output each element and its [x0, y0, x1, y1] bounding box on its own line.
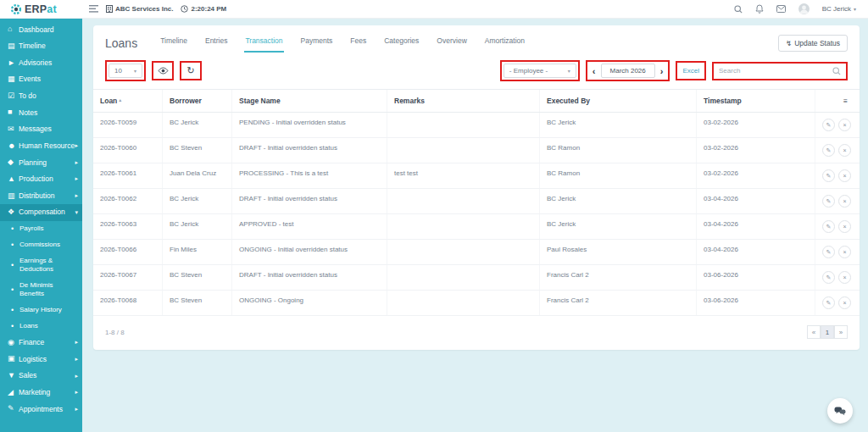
update-status-button[interactable]: ↯ Update Status: [778, 35, 848, 52]
sidebar-item-earnings-deductions[interactable]: • Earnings & Deductions: [0, 253, 82, 278]
sidebar-item-advisories[interactable]: ► Advisories: [0, 54, 82, 71]
delete-button[interactable]: ×: [838, 195, 851, 208]
page-size-select[interactable]: 10▾: [108, 64, 142, 78]
sidebar-item-salary-history[interactable]: • Salary History: [0, 302, 82, 318]
bell-icon[interactable]: [755, 4, 764, 14]
sidebar-toggle-icon[interactable]: [89, 5, 98, 13]
column-header-executed-by[interactable]: Executed By: [540, 90, 697, 112]
user-menu[interactable]: BC Jerick▾: [822, 5, 856, 13]
delete-button[interactable]: ×: [838, 246, 851, 258]
column-visibility-button[interactable]: [155, 64, 170, 77]
edit-button[interactable]: ✎: [822, 169, 835, 182]
edit-button[interactable]: ✎: [822, 271, 835, 284]
sidebar-item-sales[interactable]: ▼ Sales ▸: [0, 368, 82, 385]
pencil-icon: ✎: [826, 300, 832, 307]
notes-icon: ■: [8, 108, 19, 116]
cell-borrower: BC Steven: [163, 138, 232, 163]
table-row: 2026-T0067 BC Steven DRAFT - Initial ove…: [93, 265, 860, 291]
cell-timestamp: 03-02-2026: [697, 138, 815, 163]
search-input[interactable]: [719, 67, 832, 75]
avatar[interactable]: [798, 3, 810, 14]
cell-actions: ✎ ×: [815, 113, 860, 137]
sidebar-item-production[interactable]: ▲ Production ▸: [0, 171, 82, 188]
edit-button[interactable]: ✎: [822, 195, 835, 208]
calendar-icon: ▦: [8, 75, 19, 83]
sidebar-item-messages[interactable]: ✉ Messages: [0, 121, 82, 138]
column-header-loan[interactable]: Loan▴: [93, 90, 163, 112]
sidebar-item-appointments[interactable]: ✎ Appointments ▸: [0, 401, 82, 418]
sidebar-item-compensation[interactable]: ❖ Compensation ▾: [0, 204, 82, 221]
cell-actions: ✎ ×: [815, 265, 860, 290]
cell-executed-by: Francis Carl 2: [540, 291, 697, 315]
sidebar-item-de-minimis-benefits[interactable]: • De Minimis Benefits: [0, 278, 82, 302]
delete-button[interactable]: ×: [838, 169, 851, 182]
edit-button[interactable]: ✎: [822, 144, 835, 157]
sidebar-item-distribution[interactable]: ▥ Distribution ▸: [0, 187, 82, 204]
finance-icon: ◉: [8, 339, 19, 346]
prev-month-button[interactable]: ‹: [589, 66, 599, 76]
excel-export-button[interactable]: Excel: [679, 64, 703, 77]
tab[interactable]: Timeline: [159, 33, 188, 53]
sidebar-item-notes[interactable]: ■ Notes: [0, 104, 82, 121]
sidebar-item-human-resource[interactable]: ☻ Human Resource ▸: [0, 137, 82, 154]
edit-button[interactable]: ✎: [822, 246, 835, 258]
logo[interactable]: ERPat: [0, 3, 82, 15]
chat-button[interactable]: [827, 398, 853, 424]
megaphone-icon: ►: [8, 59, 19, 67]
column-header-borrower[interactable]: Borrower: [163, 90, 232, 112]
sidebar-item-events[interactable]: ▦ Events: [0, 71, 82, 88]
sort-icon: ▴: [119, 97, 121, 102]
column-header-stage-name[interactable]: Stage Name: [232, 90, 387, 112]
sidebar-item-label: Human Resource: [19, 141, 75, 151]
sidebar-item-marketing[interactable]: ◢ Marketing ▸: [0, 384, 82, 401]
close-icon: ×: [843, 224, 846, 230]
employee-filter-highlight: - Employee -▾: [500, 60, 580, 81]
envelope-icon[interactable]: [776, 5, 786, 13]
sidebar-item-timeline[interactable]: ▤ Timeline: [0, 38, 82, 55]
refresh-button[interactable]: ↻: [183, 64, 198, 77]
tab[interactable]: Payments: [300, 33, 334, 53]
next-page-button[interactable]: »: [834, 325, 848, 339]
sidebar-item-dashboard[interactable]: ⌂ Dashboard: [0, 21, 82, 38]
column-header-timestamp[interactable]: Timestamp: [697, 90, 815, 112]
edit-button[interactable]: ✎: [822, 296, 835, 309]
table-row: 2026-T0062 BC Jerick DRAFT - Initial ove…: [93, 189, 860, 214]
tab[interactable]: Entries: [204, 33, 228, 53]
checkbox-icon: ☑: [8, 92, 19, 100]
sidebar-item-planning[interactable]: ◆ Planning ▸: [0, 154, 82, 171]
sidebar-item-payrolls[interactable]: • Payrolls: [0, 221, 82, 237]
current-page-button[interactable]: 1: [821, 325, 834, 339]
tab[interactable]: Categories: [383, 33, 420, 53]
column-header-remarks[interactable]: Remarks: [387, 90, 540, 112]
cell-remarks: [387, 138, 540, 163]
sidebar-item-label: Dashboard: [19, 25, 78, 35]
pencil-icon: ✎: [826, 173, 832, 180]
sidebar-item-loans[interactable]: • Loans: [0, 318, 82, 335]
prev-page-button[interactable]: «: [807, 325, 821, 339]
tab[interactable]: Transaction: [244, 33, 283, 53]
sidebar-item-logistics[interactable]: ▣ Logistics ▸: [0, 351, 82, 368]
chevron-down-icon: ▾: [854, 6, 856, 12]
sidebar-item-finance[interactable]: ◉ Finance ▸: [0, 335, 82, 352]
tab[interactable]: Fees: [349, 33, 367, 53]
delete-button[interactable]: ×: [838, 271, 851, 284]
next-month-button[interactable]: ›: [657, 66, 667, 76]
month-nav-highlight: ‹ March 2026 ›: [586, 60, 670, 81]
cell-stage-name: DRAFT - Initial overridden status: [232, 138, 387, 163]
delete-button[interactable]: ×: [838, 119, 851, 131]
delete-button[interactable]: ×: [838, 220, 851, 233]
tab[interactable]: Overview: [436, 33, 467, 53]
sidebar-item-todo[interactable]: ☑ To do: [0, 88, 82, 105]
edit-button[interactable]: ✎: [822, 220, 835, 233]
delete-button[interactable]: ×: [838, 296, 851, 309]
edit-button[interactable]: ✎: [822, 119, 835, 131]
columns-menu-icon[interactable]: ≡: [815, 90, 860, 112]
delete-button[interactable]: ×: [838, 144, 851, 157]
search-icon[interactable]: [734, 5, 743, 14]
table-body: 2026-T0059 BC Jerick PENDING - Initial o…: [93, 113, 860, 316]
sidebar-item-commissions[interactable]: • Commissions: [0, 237, 82, 253]
month-label[interactable]: March 2026: [601, 64, 655, 78]
employee-filter-select[interactable]: - Employee -▾: [504, 64, 576, 78]
tab[interactable]: Amortization: [484, 33, 526, 53]
cell-executed-by: BC Jerick: [540, 113, 697, 137]
